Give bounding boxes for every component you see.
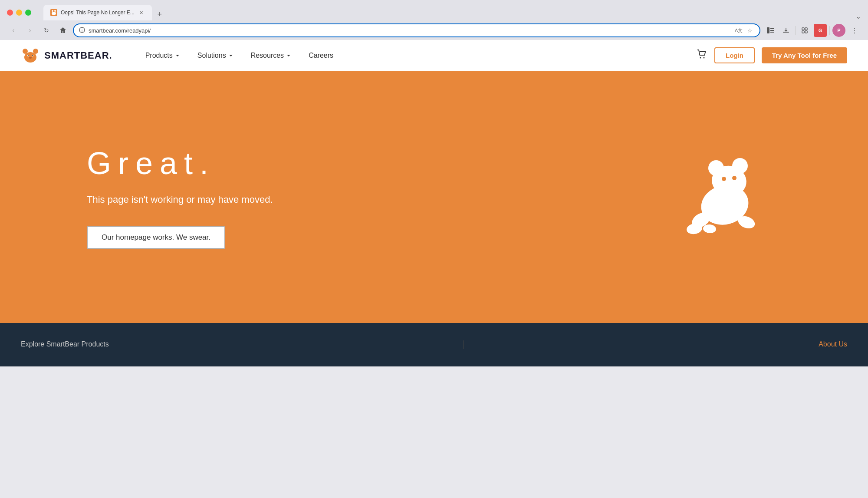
login-button[interactable]: Login (714, 47, 755, 63)
solutions-chevron-icon (228, 53, 233, 58)
forward-button[interactable]: › (23, 24, 36, 37)
svg-rect-8 (770, 30, 774, 31)
tab-title: Oops! This Page No Longer E... (61, 10, 135, 16)
careers-label: Careers (309, 52, 333, 59)
browser-toolbar: ‹ › ↻ i smartbear.com/readyapi/ A文 (0, 21, 868, 40)
address-bar[interactable]: i smartbear.com/readyapi/ A文 ☆ (73, 23, 760, 37)
extensions-icon[interactable] (798, 24, 811, 37)
minimize-button[interactable] (16, 10, 22, 16)
window-arrow-icon: ⌄ (855, 12, 861, 20)
footer-explore-products: Explore SmartBear Products (21, 340, 109, 348)
hero-graphic (660, 153, 781, 241)
hero-cta-button[interactable]: Our homepage works. We swear. (87, 226, 225, 249)
hero-content: Great. This page isn't working or may ha… (87, 145, 273, 249)
hero-section: Great. This page isn't working or may ha… (0, 71, 868, 323)
security-icon: i (79, 27, 85, 34)
solutions-nav-item[interactable]: Solutions (191, 48, 240, 63)
downloads-icon[interactable] (779, 24, 792, 37)
sidebar-icon[interactable] (764, 24, 777, 37)
svg-rect-9 (770, 32, 774, 33)
svg-rect-10 (783, 32, 789, 33)
svg-text:i: i (82, 28, 82, 33)
window-controls: ⌄ (855, 12, 861, 20)
nav-links: Products Solutions Resources Careers (138, 48, 696, 63)
svg-text:A文: A文 (735, 28, 743, 33)
footer-about-us[interactable]: About Us (819, 340, 847, 348)
tab-favicon (50, 9, 57, 16)
svg-point-17 (23, 49, 28, 54)
translate-icon[interactable]: A文 (734, 26, 743, 35)
svg-point-1 (54, 10, 56, 12)
bear-mascot-icon (660, 153, 781, 240)
svg-point-36 (732, 176, 736, 180)
grammarly-icon[interactable]: G (814, 24, 827, 37)
address-actions: A文 ☆ (734, 26, 754, 35)
url-text: smartbear.com/readyapi/ (89, 27, 731, 34)
hero-subtitle: This page isn't working or may have move… (87, 194, 273, 205)
footer-divider (464, 340, 464, 349)
toolbar-separator2 (829, 26, 830, 35)
svg-point-26 (703, 57, 704, 58)
site-navigation: SMARTBEAR. Products Solutions Resources … (0, 40, 868, 71)
products-chevron-icon (175, 53, 180, 58)
svg-point-25 (700, 57, 701, 58)
solutions-label: Solutions (197, 52, 226, 59)
products-nav-item[interactable]: Products (138, 48, 187, 63)
svg-point-22 (28, 55, 29, 56)
svg-point-18 (33, 49, 38, 54)
site-footer: Explore SmartBear Products About Us (0, 323, 868, 366)
site-logo[interactable]: SMARTBEAR. (21, 48, 112, 63)
svg-rect-14 (802, 31, 804, 33)
svg-rect-6 (767, 27, 769, 33)
browser-chrome: Oops! This Page No Longer E... ✕ + ⌄ ‹ ›… (0, 0, 868, 40)
traffic-lights (7, 10, 31, 16)
svg-point-2 (52, 12, 56, 15)
svg-rect-13 (805, 28, 807, 30)
toolbar-separator (795, 26, 796, 35)
new-tab-button[interactable]: + (154, 8, 166, 20)
svg-rect-15 (805, 31, 807, 33)
svg-point-0 (52, 10, 53, 12)
products-label: Products (145, 52, 173, 59)
home-button[interactable] (56, 24, 69, 37)
maximize-button[interactable] (25, 10, 31, 16)
tab-bar: Oops! This Page No Longer E... ✕ + ⌄ (43, 5, 861, 20)
svg-point-23 (32, 55, 33, 56)
try-free-button[interactable]: Try Any Tool for Free (762, 47, 847, 63)
close-button[interactable] (7, 10, 13, 16)
svg-point-24 (29, 57, 32, 59)
active-tab[interactable]: Oops! This Page No Longer E... ✕ (43, 5, 152, 20)
title-bar: Oops! This Page No Longer E... ✕ + ⌄ (0, 0, 868, 21)
svg-point-30 (732, 158, 748, 174)
profile-avatar[interactable]: P (832, 24, 845, 37)
svg-point-35 (722, 177, 726, 181)
hero-title: Great. (87, 145, 273, 181)
logo-bear-icon (21, 48, 40, 63)
logo-text: SMARTBEAR. (44, 50, 112, 61)
nav-actions: Login Try Any Tool for Free (696, 47, 847, 63)
website: SMARTBEAR. Products Solutions Resources … (0, 40, 868, 366)
svg-rect-12 (802, 28, 804, 30)
careers-nav-item[interactable]: Careers (302, 48, 340, 63)
resources-nav-item[interactable]: Resources (244, 48, 298, 63)
cart-icon[interactable] (696, 49, 707, 63)
svg-point-29 (708, 160, 724, 176)
resources-chevron-icon (286, 53, 291, 58)
resources-label: Resources (251, 52, 284, 59)
bookmark-icon[interactable]: ☆ (746, 26, 754, 35)
toolbar-right-icons: G P ⋮ (764, 24, 861, 37)
back-button[interactable]: ‹ (7, 24, 20, 37)
svg-rect-7 (770, 28, 774, 29)
reload-button[interactable]: ↻ (40, 24, 53, 37)
tab-close-button[interactable]: ✕ (138, 9, 145, 16)
browser-menu-icon[interactable]: ⋮ (848, 24, 861, 37)
